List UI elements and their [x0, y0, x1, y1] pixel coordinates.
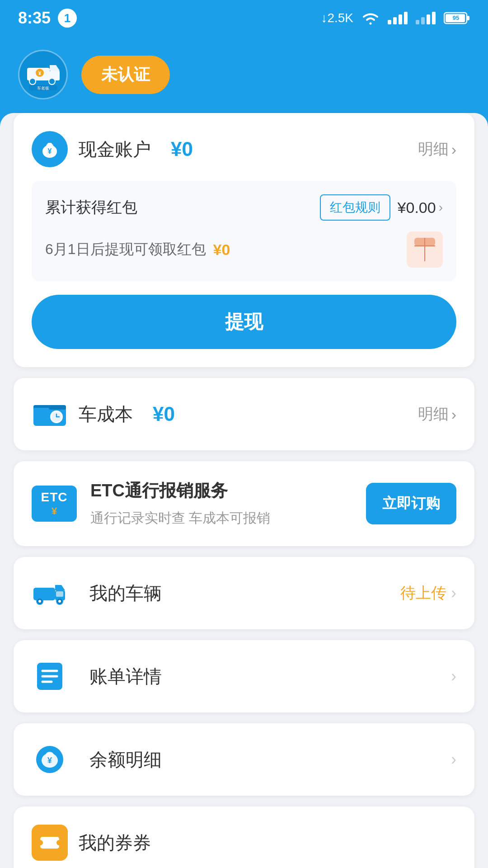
- bill-detail-card[interactable]: 账单详情 ›: [14, 640, 474, 712]
- vehicle-cost-row: 车成本 ¥0 明细 ›: [32, 396, 456, 432]
- withdraw-date-text: 6月1日后提现可领取红包: [45, 240, 206, 259]
- chevron-right-icon-3: ›: [451, 750, 456, 769]
- balance-detail-title: 余额明细: [89, 747, 162, 772]
- svg-point-37: [58, 600, 61, 603]
- status-left: 8:35 1: [18, 9, 77, 28]
- signal-icon: [388, 12, 408, 24]
- svg-rect-25: [33, 408, 49, 410]
- logo-svg: ¥ 车老板: [23, 54, 63, 95]
- notification-badge: 1: [58, 9, 77, 28]
- etc-info: ETC通行报销服务 通行记录实时查 车成本可报销: [90, 479, 352, 528]
- my-vehicle-card[interactable]: 我的车辆 待上传 ›: [14, 557, 474, 629]
- cash-detail-link[interactable]: 明细 ›: [418, 139, 456, 160]
- etc-card-inner: ETC ¥ ETC通行报销服务 通行记录实时查 车成本可报销 立即订购: [14, 461, 474, 546]
- svg-rect-1: [467, 16, 469, 20]
- chevron-right-icon-2: ›: [451, 667, 456, 686]
- etc-desc: 通行记录实时查 车成本可报销: [90, 508, 352, 528]
- svg-text:¥: ¥: [48, 147, 52, 155]
- cash-left: ¥ 现金账户 ¥0: [32, 131, 193, 167]
- vehicle-cost-detail-link[interactable]: 明细 ›: [418, 404, 456, 425]
- svg-text:95: 95: [453, 14, 459, 21]
- status-time: 8:35: [18, 9, 51, 28]
- my-vehicle-inner: 我的车辆 待上传 ›: [14, 557, 474, 629]
- svg-point-8: [29, 78, 36, 85]
- redpacket-label: 累计获得红包: [45, 197, 137, 218]
- svg-text:车老板: 车老板: [37, 86, 49, 90]
- pending-upload-text: 待上传: [400, 583, 446, 604]
- vehicle-cost-amount: ¥0: [153, 403, 175, 425]
- svg-text:¥: ¥: [38, 71, 42, 76]
- app-logo: ¥ 车老板: [18, 50, 68, 99]
- etc-card: ETC ¥ ETC通行报销服务 通行记录实时查 车成本可报销 立即订购: [14, 461, 474, 546]
- redpacket-rule-button[interactable]: 红包规则: [320, 194, 390, 221]
- svg-rect-30: [33, 588, 55, 600]
- balance-detail-card[interactable]: ¥ 余额明细 ›: [14, 723, 474, 796]
- battery-icon: 95: [444, 11, 470, 25]
- svg-rect-33: [56, 591, 63, 597]
- coupon-left: ¥ 我的券券: [32, 825, 151, 861]
- claim-button[interactable]: 领: [407, 231, 443, 268]
- balance-detail-left: ¥ 余额明细: [32, 741, 162, 778]
- redpacket-row1: 累计获得红包 红包规则 ¥0.00 ›: [45, 194, 443, 221]
- status-bar: 8:35 1 ↓2.5K: [0, 0, 488, 36]
- svg-point-9: [49, 78, 55, 85]
- claim-icon: 领: [413, 236, 437, 263]
- my-vehicle-right: 待上传 ›: [400, 583, 456, 604]
- truck-icon: [32, 575, 68, 611]
- bill-detail-right: ›: [451, 667, 456, 686]
- cash-header: ¥ 现金账户 ¥0 明细 ›: [32, 131, 456, 167]
- balance-detail-inner: ¥ 余额明细 ›: [14, 723, 474, 796]
- vehicle-cost-left: 车成本 ¥0: [32, 396, 175, 432]
- coupon-card-partial[interactable]: ¥ 我的券券: [14, 807, 474, 868]
- main-content: ¥ 现金账户 ¥0 明细 › 累计获得红包 红包规则: [0, 113, 488, 868]
- vehicle-cost-title: 车成本: [79, 402, 133, 427]
- svg-text:¥: ¥: [47, 756, 52, 765]
- chevron-right-icon: ›: [451, 584, 456, 603]
- network-speed: ↓2.5K: [321, 11, 353, 25]
- my-vehicle-title: 我的车辆: [89, 581, 162, 606]
- coupon-row: ¥ 我的券券: [32, 825, 456, 861]
- vehicle-cost-inner: 车成本 ¥0 明细 ›: [14, 378, 474, 450]
- bill-detail-inner: 账单详情 ›: [14, 640, 474, 712]
- redpacket-row2: 6月1日后提现可领取红包 ¥0 领: [45, 231, 443, 268]
- cash-account-card: ¥ 现金账户 ¥0 明细 › 累计获得红包 红包规则: [14, 113, 474, 367]
- coupon-icon: ¥: [32, 825, 68, 861]
- etc-icon: ETC ¥: [32, 486, 77, 522]
- etc-title: ETC通行报销服务: [90, 479, 352, 502]
- bill-icon: [32, 658, 68, 694]
- redpacket-section: 累计获得红包 红包规则 ¥0.00 › 6月1日后提现可领取红包 ¥0: [32, 181, 456, 281]
- balance-detail-right: ›: [451, 750, 456, 769]
- balance-icon: ¥: [32, 741, 68, 778]
- bill-detail-title: 账单详情: [89, 664, 162, 689]
- wifi-icon: [361, 11, 380, 25]
- etc-buy-button[interactable]: 立即订购: [366, 483, 456, 524]
- my-vehicle-left: 我的车辆: [32, 575, 162, 611]
- bill-detail-row: 账单详情 ›: [32, 658, 456, 694]
- cash-card-inner: ¥ 现金账户 ¥0 明细 › 累计获得红包 红包规则: [14, 113, 474, 281]
- my-vehicle-row: 我的车辆 待上传 ›: [32, 575, 456, 611]
- cash-account-title: 现金账户: [79, 137, 151, 162]
- bill-detail-left: 账单详情: [32, 658, 162, 694]
- balance-detail-row: ¥ 余额明细 ›: [32, 741, 456, 778]
- vehicle-cost-card: 车成本 ¥0 明细 ›: [14, 378, 474, 450]
- vehicle-cost-icon: [32, 396, 68, 432]
- svg-point-35: [38, 600, 41, 603]
- coupon-title: 我的券券: [79, 830, 151, 855]
- cert-status-badge[interactable]: 未认证: [81, 56, 170, 94]
- cash-account-amount: ¥0: [171, 138, 193, 160]
- withdraw-amount: ¥0: [213, 241, 230, 259]
- money-bag-icon: ¥: [32, 131, 68, 167]
- signal-icon-2: [416, 12, 436, 24]
- redpacket-amount: ¥0.00 ›: [398, 199, 443, 217]
- svg-text:¥: ¥: [48, 839, 52, 846]
- withdraw-button[interactable]: 提现: [32, 295, 456, 349]
- status-right: ↓2.5K 95: [321, 11, 470, 25]
- svg-marker-32: [55, 585, 65, 590]
- svg-rect-16: [47, 143, 52, 146]
